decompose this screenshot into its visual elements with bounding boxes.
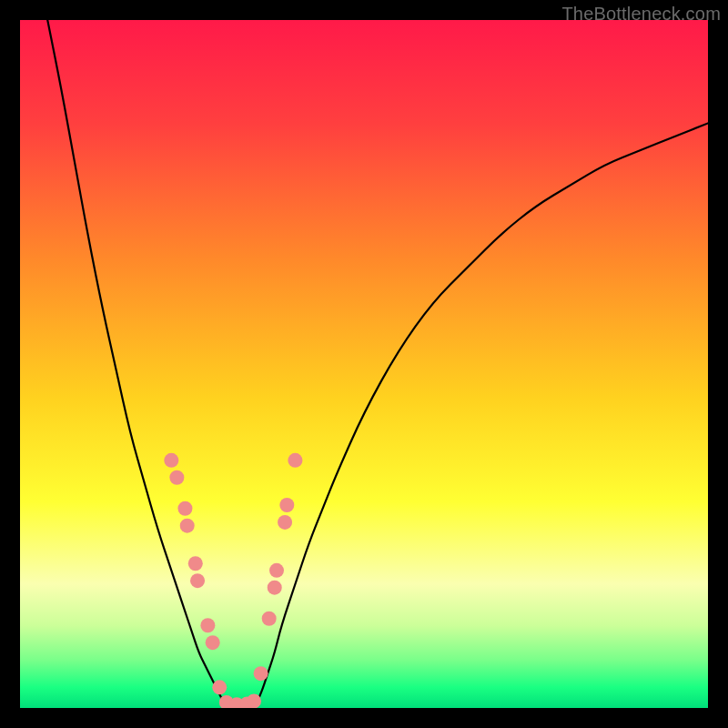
highlight-dot: [262, 612, 277, 626]
highlight-dot: [190, 573, 205, 588]
highlight-dot: [278, 515, 292, 530]
gradient-background: [20, 20, 708, 708]
highlight-dot: [188, 556, 203, 571]
highlight-dot: [288, 453, 302, 468]
highlight-dot: [268, 581, 282, 595]
watermark-label: TheBottleneck.com: [561, 4, 721, 25]
highlight-dot: [247, 693, 261, 708]
highlight-dot: [206, 635, 220, 650]
highlight-dot: [279, 498, 294, 512]
bottleneck-chart: [20, 20, 708, 708]
highlight-dot: [180, 519, 195, 533]
highlight-dot: [254, 666, 268, 681]
highlight-dot: [200, 618, 215, 632]
highlight-dot: [169, 470, 184, 485]
highlight-dot: [212, 680, 227, 694]
highlight-dot: [177, 501, 192, 516]
chart-frame: [20, 20, 708, 708]
highlight-dot: [164, 453, 178, 468]
highlight-dot: [269, 563, 284, 578]
